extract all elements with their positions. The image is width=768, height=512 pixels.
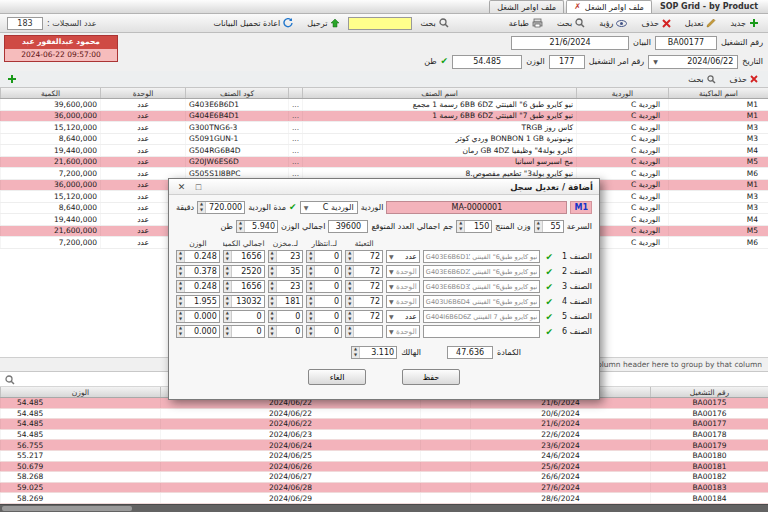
spin-down[interactable]: ▼	[346, 302, 353, 308]
bottom-grid-row[interactable]: BA0017923/6/20242024/06/2456.755	[0, 440, 768, 451]
spinner-arrows-icon[interactable]: ▲▼	[177, 266, 185, 277]
bottom-grid-row[interactable]: BA0017822/6/20242024/06/2354.485	[0, 430, 768, 441]
unit-combo[interactable]: الوحدة▼	[386, 280, 420, 293]
spinner-arrows-icon[interactable]: ▲▼	[307, 281, 315, 292]
add-row-button[interactable]	[4, 72, 20, 87]
grid-delete-button[interactable]: حذف	[724, 71, 764, 87]
spin-down[interactable]: ▼	[457, 227, 464, 233]
reload-data-button[interactable]: اعادة تحميل البيانات	[207, 15, 299, 31]
spin-down[interactable]: ▼	[269, 257, 276, 263]
spinner-arrows-icon[interactable]: ▲▼	[346, 251, 354, 262]
total-qty-spinner[interactable]: ▲▼13032	[223, 295, 265, 308]
column-header-item-code[interactable]: كود الصنف	[185, 88, 288, 98]
waiting-spinner[interactable]: ▲▼0	[306, 265, 342, 278]
kamada-field[interactable]: 47.636	[447, 346, 493, 359]
column-header-quantity[interactable]: الكمية	[0, 88, 100, 98]
spinner-arrows-icon[interactable]: ▲▼	[346, 266, 354, 277]
spinner-arrows-icon[interactable]: ▲▼	[307, 266, 315, 277]
spin-down[interactable]: ▼	[198, 208, 205, 214]
spin-down[interactable]: ▼	[307, 332, 314, 338]
spin-down[interactable]: ▼	[224, 317, 231, 323]
run-number-field[interactable]: BA00177	[655, 36, 717, 50]
spinner-arrows-icon[interactable]: ▲▼	[346, 296, 354, 307]
packing-spinner[interactable]: ▲▼	[345, 325, 383, 338]
grid-search-button[interactable]: بحث	[682, 71, 721, 87]
spin-down[interactable]: ▼	[269, 332, 276, 338]
row-ellipsis-button[interactable]: ...	[288, 168, 302, 179]
bottom-grid-row[interactable]: BA0017721/6/20242024/06/2254.485	[0, 419, 768, 430]
store-spinner[interactable]: ▲▼0	[268, 310, 304, 323]
transfer-button[interactable]: ترحيل	[301, 15, 346, 31]
spinner-arrows-icon[interactable]: ▲▼	[346, 326, 354, 337]
verify-check-icon[interactable]: ✔	[543, 297, 555, 307]
column-header-weight[interactable]: الوزن	[0, 387, 160, 397]
item-product-combo[interactable]: نيو كايرو طبق6" الفينتي 6BB 6DZ رسمG403U…	[423, 295, 540, 308]
shift-duration-spinner[interactable]: ▲▼ 720.000	[197, 201, 245, 214]
spinner-arrows-icon[interactable]: ▲▼	[307, 311, 315, 322]
spin-down[interactable]: ▼	[224, 272, 231, 278]
tab-close-icon[interactable]: ✗	[574, 3, 581, 11]
row-ellipsis-button[interactable]: ...	[288, 122, 302, 133]
print-button[interactable]: طباعة	[503, 15, 549, 31]
bottom-grid-row[interactable]: BA0018125/6/20242024/06/2650.679	[0, 462, 768, 473]
weight-spinner[interactable]: ▲▼0.000	[176, 325, 220, 338]
quick-search-button[interactable]: بحث	[414, 15, 454, 31]
quick-search-input[interactable]	[348, 17, 412, 30]
spin-down[interactable]: ▼	[177, 287, 184, 293]
spinner-arrows-icon[interactable]: ▲▼	[307, 326, 315, 337]
spinner-arrows-icon[interactable]: ▲▼	[177, 326, 185, 337]
spin-down[interactable]: ▼	[224, 302, 231, 308]
search-button[interactable]: بحث	[551, 15, 591, 31]
item-product-combo[interactable]	[423, 325, 540, 338]
close-icon[interactable]: ✕	[175, 181, 188, 193]
spinner-arrows-icon[interactable]: ▲▼	[269, 281, 277, 292]
bottom-grid-row[interactable]: BA0018226/6/20242024/06/2758.268	[0, 472, 768, 483]
delete-button[interactable]: حذف	[635, 15, 676, 31]
row-ellipsis-button[interactable]: ...	[288, 99, 302, 110]
waiting-spinner[interactable]: ▲▼0	[306, 325, 342, 338]
machine-field[interactable]: MA-0000001	[386, 201, 567, 214]
main-grid-row[interactable]: M3الوردية Cكاس روز TRGB...G300TNG6-3عدد1…	[0, 122, 768, 134]
store-spinner[interactable]: ▲▼23	[268, 250, 304, 263]
item-product-combo[interactable]: نيو كايرو طبق6" الفينتي 6BB 6DZ رسمG403E…	[423, 280, 540, 293]
spinner-arrows-icon[interactable]: ▲▼	[177, 251, 185, 262]
unit-combo[interactable]: الوحدة▼	[386, 325, 420, 338]
spinner-arrows-icon[interactable]: ▲▼	[269, 251, 277, 262]
weight-spinner[interactable]: ▲▼0.000	[176, 310, 220, 323]
spin-down[interactable]: ▼	[177, 302, 184, 308]
tab-work-orders[interactable]: ملف اوامر الشغل	[489, 0, 564, 13]
spinner-arrows-icon[interactable]: ▲▼	[177, 281, 185, 292]
spin-down[interactable]: ▼	[224, 257, 231, 263]
maximize-icon[interactable]: □	[192, 181, 205, 193]
spin-down[interactable]: ▼	[346, 272, 353, 278]
spinner-arrows-icon[interactable]: ▲▼	[224, 281, 232, 292]
packing-spinner[interactable]: ▲▼72	[345, 295, 383, 308]
spinner-arrows-icon[interactable]: ▲▼	[346, 281, 354, 292]
spinner-arrows-icon[interactable]: ▲▼	[224, 311, 232, 322]
spin-down[interactable]: ▼	[269, 272, 276, 278]
view-button[interactable]: رؤية	[593, 15, 633, 31]
product-weight-spinner[interactable]: ▲▼ 150	[456, 220, 492, 233]
unit-combo[interactable]: الوحدة▼	[386, 265, 420, 278]
spinner-arrows-icon[interactable]: ▲▼	[535, 221, 543, 232]
spinner-arrows-icon[interactable]: ▲▼	[198, 202, 206, 213]
unit-combo[interactable]: عدد▼	[386, 250, 420, 263]
spin-down[interactable]: ▼	[352, 353, 359, 359]
total-qty-spinner[interactable]: ▲▼2520	[223, 265, 265, 278]
spin-down[interactable]: ▼	[307, 272, 314, 278]
unit-combo[interactable]: الوحدة▼	[386, 295, 420, 308]
chevron-down-icon[interactable]: ▼	[304, 204, 309, 211]
spin-down[interactable]: ▼	[177, 317, 184, 323]
bottom-grid-row[interactable]: BA0017620/6/20242024/06/2254.485	[0, 409, 768, 420]
weight-spinner[interactable]: ▲▼1.955	[176, 295, 220, 308]
item-product-combo[interactable]: نيو كايرو طبق6" الفينتي 6BB 6DZ رسمG403E…	[423, 265, 540, 278]
spinner-arrows-icon[interactable]: ▲▼	[177, 311, 185, 322]
spin-down[interactable]: ▼	[307, 257, 314, 263]
search-icon[interactable]	[5, 375, 15, 385]
row-ellipsis-button[interactable]: ...	[288, 111, 302, 122]
save-button[interactable]: حفظ	[402, 369, 460, 385]
packing-spinner[interactable]: ▲▼72	[345, 250, 383, 263]
unit-combo[interactable]: عدد▼	[386, 310, 420, 323]
edit-button[interactable]: تعديل	[679, 15, 723, 31]
main-grid-row[interactable]: M4الوردية Cكايرو بولة4" وظيفيا GB 4DZ رم…	[0, 145, 768, 157]
